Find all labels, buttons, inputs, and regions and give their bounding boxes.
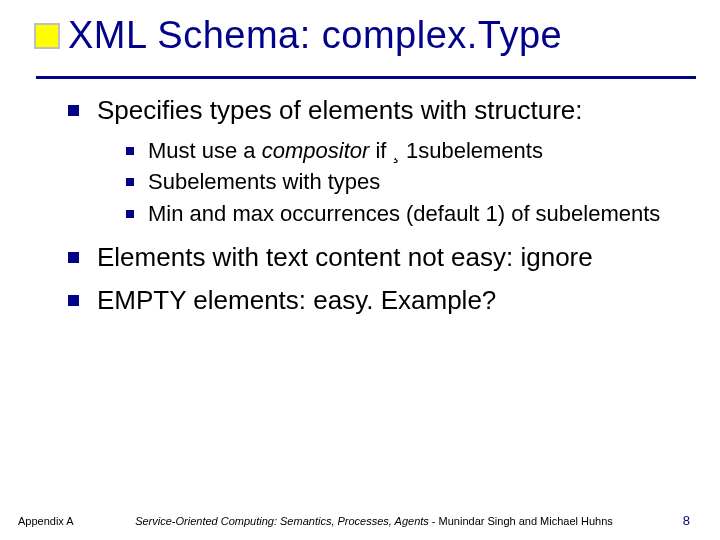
slide: XML Schema: complex.Type Specifies types…: [0, 0, 720, 540]
bullet-text: Elements with text content not easy: ign…: [97, 241, 680, 274]
square-bullet-icon: [68, 295, 79, 306]
bullet-text: Min and max occurrences (default 1) of s…: [148, 200, 680, 228]
title-decoration-icon: [36, 25, 58, 47]
bullet-text: Subelements with types: [148, 168, 680, 196]
text-fragment: Must use a: [148, 138, 262, 163]
bullet-level1: Elements with text content not easy: ign…: [68, 241, 680, 274]
bullet-level1: EMPTY elements: easy. Example?: [68, 284, 680, 317]
title-underline: [36, 76, 696, 79]
footer-left: Appendix A: [18, 515, 98, 527]
footer-authors: - Munindar Singh and Michael Huhns: [429, 515, 613, 527]
emphasized-text: compositor: [262, 138, 370, 163]
sub-bullet-group: Must use a compositor if ¸ 1subelements …: [126, 137, 680, 228]
footer-center: Service-Oriented Computing: Semantics, P…: [98, 515, 650, 527]
square-bullet-icon: [126, 210, 134, 218]
bullet-level2: Min and max occurrences (default 1) of s…: [126, 200, 680, 228]
bullet-level2: Must use a compositor if ¸ 1subelements: [126, 137, 680, 165]
square-bullet-icon: [126, 178, 134, 186]
bullet-level1: Specifies types of elements with structu…: [68, 94, 680, 127]
bullet-text: Must use a compositor if ¸ 1subelements: [148, 137, 680, 165]
slide-footer: Appendix A Service-Oriented Computing: S…: [18, 513, 690, 528]
square-bullet-icon: [68, 252, 79, 263]
bullet-text: EMPTY elements: easy. Example?: [97, 284, 680, 317]
page-number: 8: [650, 513, 690, 528]
slide-body: Specifies types of elements with structu…: [68, 94, 680, 326]
title-row: XML Schema: complex.Type: [36, 14, 700, 57]
bullet-text: Specifies types of elements with structu…: [97, 94, 680, 127]
slide-title: XML Schema: complex.Type: [68, 14, 562, 57]
text-fragment: if ¸ 1subelements: [369, 138, 543, 163]
square-bullet-icon: [68, 105, 79, 116]
footer-book-title: Service-Oriented Computing: Semantics, P…: [135, 515, 429, 527]
bullet-level2: Subelements with types: [126, 168, 680, 196]
square-bullet-icon: [126, 147, 134, 155]
